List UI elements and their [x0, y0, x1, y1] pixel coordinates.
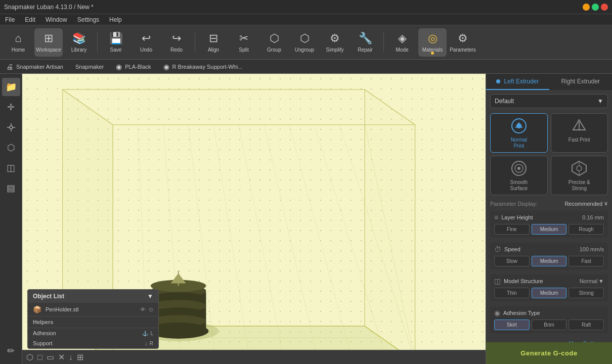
profile-precise[interactable]: Precise &Strong — [551, 156, 608, 195]
menu-edit[interactable]: Edit — [23, 15, 37, 24]
layer-height-label: Layer Height — [501, 214, 533, 220]
structure-thin-btn[interactable]: Thin — [494, 288, 530, 298]
maximize-button[interactable] — [592, 4, 599, 11]
menu-file[interactable]: File — [3, 15, 17, 24]
toolbar-separator-1 — [97, 32, 98, 53]
more-settings-link[interactable]: More Settings > — [490, 338, 608, 342]
adhesion-skirt-btn[interactable]: Skirt — [494, 320, 530, 330]
fast-print-icon — [570, 117, 588, 135]
layer-fine-btn[interactable]: Fine — [494, 224, 530, 235]
tab-right-extruder[interactable]: Right Extruder — [549, 74, 613, 90]
menu-settings[interactable]: Settings — [75, 15, 101, 24]
param-model-structure: ◫ Model Structure Normal ▼ Thin Medium S… — [490, 275, 608, 301]
normal-print-label: NormalPrint — [511, 137, 527, 149]
toolbar-home-label: Home — [12, 47, 25, 53]
toolbar-library-label: Library — [71, 47, 87, 53]
close-button[interactable] — [601, 4, 608, 11]
adhesion-type-buttons: Skirt Brim Raft — [490, 320, 608, 333]
generate-gcode-button[interactable]: Generate G-code — [486, 342, 612, 364]
structure-medium-btn[interactable]: Medium — [532, 288, 567, 298]
layer-rough-btn[interactable]: Rough — [569, 224, 604, 235]
eye-hide-icon[interactable]: 👁 — [140, 306, 146, 313]
speed-slow-btn[interactable]: Slow — [494, 256, 530, 266]
delete-icon[interactable]: ✕ — [58, 352, 65, 362]
layer-height-buttons: Fine Medium Rough — [490, 224, 608, 238]
grid-icon[interactable]: ⊞ — [77, 352, 83, 362]
toolbar-mode[interactable]: ◈ Mode — [388, 28, 416, 57]
toolbar-repair-label: Repair — [358, 47, 372, 53]
toolbar-home[interactable]: ⌂ Home — [4, 28, 32, 57]
profile-dropdown[interactable]: Default ▼ — [490, 94, 608, 108]
toolbar-group[interactable]: ⬡ Group — [260, 28, 288, 57]
toolbar-ungroup[interactable]: ⬡ Ungroup — [290, 28, 319, 57]
align-icon: ⊟ — [209, 32, 218, 45]
toolbar-parameters[interactable]: ⚙ Parameters — [449, 28, 477, 57]
sidebar-layers[interactable]: ◫ — [2, 159, 20, 177]
support-label: Support — [33, 340, 53, 346]
param-display-value[interactable]: Recommended ∨ — [564, 200, 608, 207]
viewport[interactable]: Snapmaker Artisan Object List ▼ 📦 PenHol… — [22, 74, 486, 364]
minimize-button[interactable] — [583, 4, 590, 11]
menu-window[interactable]: Window — [43, 15, 69, 24]
helpers-header: Helpers — [28, 316, 158, 328]
object-icon: 📦 — [33, 305, 41, 313]
machine-icon: 🖨 — [6, 63, 13, 71]
tab-left-extruder[interactable]: Left Extruder — [486, 74, 549, 90]
model-structure-value[interactable]: Normal ▼ — [580, 278, 604, 284]
window-controls — [583, 4, 608, 11]
toolbar-repair[interactable]: 🔧 Repair — [351, 28, 379, 57]
toolbar: ⌂ Home ⊞ Workspace 📚 Library 💾 Save ↩ Un… — [0, 25, 612, 60]
toolbar-workspace[interactable]: ⊞ Workspace — [34, 28, 63, 57]
extruder-tabs: Left Extruder Right Extruder — [486, 74, 612, 90]
arrange-icon[interactable]: ▭ — [47, 352, 54, 362]
object-list-title: Object List — [33, 293, 64, 300]
simplify-icon: ⚙ — [330, 32, 340, 45]
app-title: Snapmaker Luban 4.13.0 / New * — [4, 4, 94, 11]
sidebar-transform[interactable] — [2, 118, 20, 136]
speed-medium-btn[interactable]: Medium — [532, 256, 567, 266]
object-row-penholder[interactable]: 📦 PenHolder.stl 👁 ⊙ — [28, 303, 158, 316]
sidebar-shape[interactable]: ⬡ — [2, 139, 20, 157]
main-area: 📁 ✛ ⬡ ◫ ▤ ✏ — [0, 74, 612, 364]
materials-icon: ◎ — [428, 32, 438, 45]
add-object-icon[interactable]: ⬡ — [26, 352, 33, 362]
adhesion-brim-btn[interactable]: Brim — [532, 320, 567, 330]
speed-fast-btn[interactable]: Fast — [569, 256, 604, 266]
sidebar-slices[interactable]: ▤ — [2, 179, 20, 197]
toolbar-save[interactable]: 💾 Save — [102, 28, 130, 57]
toolbar-redo-label: Redo — [170, 47, 183, 53]
toolbar-undo[interactable]: ↩ Undo — [132, 28, 160, 57]
profile-fast[interactable]: Fast Print — [551, 113, 608, 153]
structure-strong-btn[interactable]: Strong — [569, 288, 604, 298]
param-layer-height-header: ≡ Layer Height 0.16 mm — [490, 211, 608, 224]
anchor-icon: ⚓ — [142, 331, 148, 336]
duplicate-icon[interactable]: □ — [37, 353, 42, 362]
eye-show-icon[interactable]: ⊙ — [149, 306, 153, 313]
layer-height-icon: ≡ — [494, 213, 498, 221]
brand-name: Snapmaker — [75, 64, 104, 70]
adhesion-raft-btn[interactable]: Raft — [569, 320, 604, 330]
object-name: PenHolder.stl — [46, 306, 78, 312]
sidebar-move[interactable]: ✛ — [2, 98, 20, 116]
brand-status: Snapmaker — [75, 64, 104, 70]
layer-medium-btn[interactable]: Medium — [532, 224, 567, 235]
structure-dropdown-icon: ▼ — [598, 278, 604, 284]
sidebar-folder[interactable]: 📁 — [2, 78, 20, 96]
menubar: File Edit Window Settings Help — [0, 14, 612, 25]
toolbar-align[interactable]: ⊟ Align — [199, 28, 228, 57]
profile-normal[interactable]: NormalPrint — [490, 113, 548, 153]
svg-point-46 — [517, 167, 520, 170]
object-list-header[interactable]: Object List ▼ — [28, 290, 158, 303]
toolbar-library[interactable]: 📚 Library — [65, 28, 93, 57]
adhesion-badge-L: L — [150, 331, 153, 336]
toolbar-materials[interactable]: ◎ Materials — [418, 28, 447, 57]
profile-smooth[interactable]: SmoothSurface — [490, 156, 548, 195]
menu-help[interactable]: Help — [107, 15, 124, 24]
toolbar-redo[interactable]: ↪ Redo — [162, 28, 191, 57]
toolbar-split-label: Split — [239, 47, 248, 53]
toolbar-simplify[interactable]: ⚙ Simplify — [321, 28, 349, 57]
import-icon[interactable]: ↓ — [69, 353, 73, 362]
toolbar-split[interactable]: ✂ Split — [230, 28, 258, 57]
sidebar-erase[interactable]: ✏ — [2, 342, 20, 360]
adhesion-badge: ⚓ L — [142, 331, 153, 336]
